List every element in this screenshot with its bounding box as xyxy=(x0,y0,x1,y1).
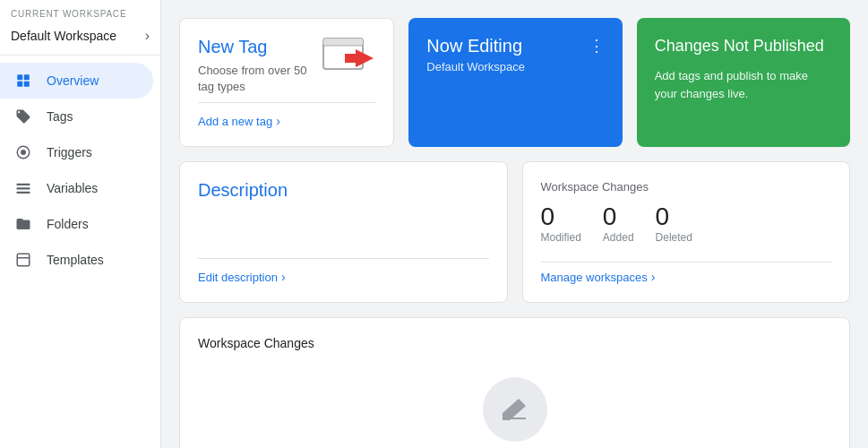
now-editing-workspace: Default Workspace xyxy=(426,60,525,73)
ws-modified-label: Modified xyxy=(541,231,581,244)
svg-rect-8 xyxy=(17,192,30,194)
now-editing-text: Now Editing Default Workspace xyxy=(426,36,525,73)
svg-rect-6 xyxy=(17,184,30,185)
ws-changes-bottom-title: Workspace Changes xyxy=(198,336,314,350)
empty-state: This workspace has no changes. Learn Mor… xyxy=(198,368,831,448)
edit-description-link[interactable]: Edit description › xyxy=(198,270,489,284)
ws-added-label: Added xyxy=(603,231,634,244)
sidebar-item-overview[interactable]: Overview xyxy=(0,63,153,99)
svg-rect-7 xyxy=(17,187,30,189)
app-container: CURRENT WORKSPACE Default Workspace › Ov… xyxy=(0,0,868,448)
empty-state-icon-circle xyxy=(483,377,547,442)
description-title: Description xyxy=(198,180,489,201)
divider xyxy=(198,258,489,259)
triggers-icon xyxy=(14,143,32,161)
workspace-changes-mid-card: Workspace Changes 0 Modified 0 Added 0 D… xyxy=(522,161,851,303)
divider xyxy=(198,102,375,103)
now-editing-header: Now Editing Default Workspace ⋮ xyxy=(426,36,604,73)
sidebar-tags-label: Tags xyxy=(47,109,73,124)
manage-workspaces-label: Manage workspaces xyxy=(541,271,648,284)
workspace-section: CURRENT WORKSPACE Default Workspace › xyxy=(0,0,160,56)
now-editing-title: Now Editing xyxy=(426,36,525,56)
ws-deleted-label: Deleted xyxy=(656,231,692,244)
edit-desc-link-row: Edit description › xyxy=(198,251,489,284)
ws-deleted-count: 0 xyxy=(656,204,670,229)
new-tag-card: New Tag Choose from over 50 tag types xyxy=(179,18,394,147)
sidebar-item-triggers[interactable]: Triggers xyxy=(0,134,153,170)
divider xyxy=(541,262,832,263)
changes-not-published-card: Changes Not Published Add tags and publi… xyxy=(637,18,850,147)
tag-illustration xyxy=(322,37,375,76)
edit-icon xyxy=(499,393,531,426)
workspace-selector[interactable]: Default Workspace › xyxy=(11,24,150,47)
ws-stat-deleted: 0 Deleted xyxy=(656,204,692,244)
main-content: New Tag Choose from over 50 tag types xyxy=(161,0,868,448)
changes-not-published-title: Changes Not Published xyxy=(655,36,832,56)
manage-ws-chevron-icon: › xyxy=(651,270,656,284)
ws-stat-added: 0 Added xyxy=(603,204,634,244)
sidebar-templates-label: Templates xyxy=(47,253,104,267)
changes-not-published-desc: Add tags and publish to make your change… xyxy=(655,67,832,129)
overview-icon xyxy=(14,72,32,90)
ws-added-count: 0 xyxy=(603,204,617,229)
new-tag-title: New Tag xyxy=(198,37,313,57)
variables-icon xyxy=(14,179,32,197)
description-card: Description Edit description › xyxy=(179,161,508,303)
svg-rect-3 xyxy=(24,82,30,87)
nav-items: Overview Tags Triggers xyxy=(0,56,160,278)
manage-workspaces-link[interactable]: Manage workspaces › xyxy=(541,270,832,284)
svg-rect-2 xyxy=(17,82,22,87)
chevron-right-icon: › xyxy=(145,28,150,44)
sidebar-item-templates[interactable]: Templates xyxy=(0,242,153,278)
edit-desc-label: Edit description xyxy=(198,271,278,284)
add-tag-link-row: Add a new tag › xyxy=(198,95,375,128)
ws-stat-modified: 0 Modified xyxy=(541,204,581,244)
sidebar-triggers-label: Triggers xyxy=(47,145,92,159)
new-tag-top: New Tag Choose from over 50 tag types xyxy=(198,37,375,95)
manage-workspaces-row: Manage workspaces › xyxy=(541,254,832,284)
svg-rect-14 xyxy=(345,54,357,63)
svg-marker-13 xyxy=(356,49,374,67)
templates-icon xyxy=(14,251,32,269)
sidebar-item-folders[interactable]: Folders xyxy=(0,206,153,242)
svg-rect-11 xyxy=(323,39,363,46)
sidebar-item-tags[interactable]: Tags xyxy=(0,99,153,134)
svg-point-5 xyxy=(21,150,26,155)
workspace-changes-bottom-card: Workspace Changes This workspace has no … xyxy=(179,317,850,448)
sidebar-variables-label: Variables xyxy=(47,181,98,195)
more-options-icon[interactable]: ⋮ xyxy=(589,36,605,56)
sidebar-overview-label: Overview xyxy=(47,73,99,88)
new-tag-desc: Choose from over 50 tag types xyxy=(198,63,313,95)
sidebar-item-variables[interactable]: Variables xyxy=(0,170,153,206)
new-tag-text: New Tag Choose from over 50 tag types xyxy=(198,37,313,95)
ws-changes-title: Workspace Changes xyxy=(541,180,832,194)
workspace-name: Default Workspace xyxy=(11,29,116,43)
ws-modified-count: 0 xyxy=(541,204,555,229)
svg-rect-9 xyxy=(17,254,30,266)
sidebar-folders-label: Folders xyxy=(47,217,89,231)
edit-desc-chevron-icon: › xyxy=(281,270,286,284)
add-tag-chevron-icon: › xyxy=(276,114,280,128)
ws-stats: 0 Modified 0 Added 0 Deleted xyxy=(541,204,832,244)
workspace-label: CURRENT WORKSPACE xyxy=(11,9,150,19)
svg-rect-0 xyxy=(17,74,22,80)
tags-icon xyxy=(14,108,32,125)
top-row: New Tag Choose from over 50 tag types xyxy=(179,18,850,147)
svg-rect-1 xyxy=(24,74,30,80)
now-editing-card: Now Editing Default Workspace ⋮ xyxy=(408,18,622,147)
add-new-tag-link[interactable]: Add a new tag › xyxy=(198,114,375,128)
folders-icon xyxy=(14,215,32,233)
sidebar: CURRENT WORKSPACE Default Workspace › Ov… xyxy=(0,0,161,448)
add-new-tag-label: Add a new tag xyxy=(198,115,272,128)
middle-row: Description Edit description › Workspace… xyxy=(179,161,850,303)
